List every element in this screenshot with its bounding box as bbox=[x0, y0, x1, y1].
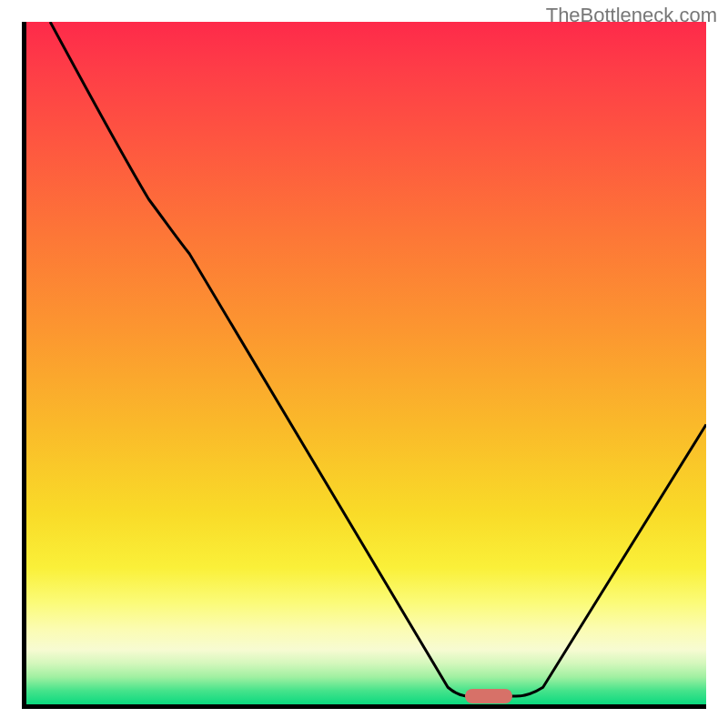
optimal-marker bbox=[465, 689, 512, 704]
bottleneck-curve bbox=[26, 22, 706, 704]
chart-area bbox=[22, 22, 706, 709]
watermark-text: TheBottleneck.com bbox=[546, 4, 717, 27]
